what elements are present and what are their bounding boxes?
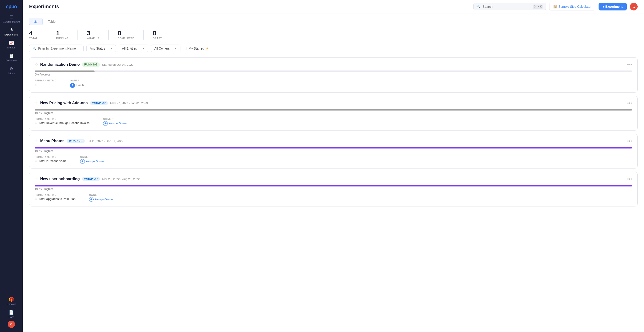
exp-header: ☆ Randomization Demo RUNNING Started on … (35, 62, 632, 67)
sidebar-item-label: Admin (8, 72, 15, 75)
sidebar-item-experiments[interactable]: ⚗ Experiments (0, 25, 23, 38)
my-starred-filter[interactable]: My Starred ★ (183, 47, 209, 50)
experiment-star-icon[interactable]: ☆ (35, 63, 38, 67)
definitions-icon: 📋 (9, 54, 14, 59)
sidebar-item-getting-started[interactable]: ☰ Getting Started (0, 12, 23, 25)
status-badge: WRAP UP (82, 177, 100, 181)
experiment-more-button[interactable]: ••• (627, 101, 632, 106)
sidebar-item-docs[interactable]: 📄 Docs (0, 308, 23, 321)
experiment-card: ☆ New user onboarding WRAP UP Mar 23, 20… (29, 172, 638, 206)
metric-value: ☆ Total Revenue through Second Invoice (35, 121, 90, 125)
primary-metric-section: PRIMARY METRIC ☆ (35, 79, 56, 88)
search-input[interactable] (482, 5, 531, 9)
chevron-down-icon: ▼ (142, 47, 145, 50)
owner-section: OWNER + Assign Owner (103, 118, 127, 126)
updates-icon: 🎁 (9, 297, 14, 302)
docs-icon: 📄 (9, 310, 14, 315)
owner-label: OWNER (89, 194, 113, 196)
search-shortcut: ⌘ + K (533, 5, 543, 9)
assign-owner-button[interactable]: + Assign Owner (103, 121, 127, 126)
owner-avatar: E (70, 83, 75, 88)
getting-started-icon: ☰ (10, 15, 13, 20)
sidebar-item-label: Updates (7, 303, 16, 305)
user-avatar[interactable]: C (630, 3, 638, 11)
page-title: Experiments (29, 4, 59, 10)
primary-metric-label: PRIMARY METRIC (35, 118, 90, 120)
primary-metric-label: PRIMARY METRIC (35, 194, 76, 196)
progress-bar-container: 0% Progress (35, 71, 632, 76)
progress-bar-fill (35, 71, 94, 72)
search-icon: 🔍 (476, 5, 480, 9)
assign-owner-button[interactable]: + Assign Owner (89, 197, 113, 202)
primary-metric-section: PRIMARY METRIC ☆ Total Purchase Value (35, 156, 66, 164)
search-box[interactable]: 🔍 ⌘ + K (473, 3, 546, 10)
status-filter-label: Any Status (90, 47, 105, 50)
experiment-star-icon[interactable]: ☆ (35, 101, 38, 105)
stat-wrap-up: 3 WRAP UP (87, 30, 108, 40)
experiment-card: ☆ New Pricing with Add-ons WRAP UP May 2… (29, 96, 638, 131)
main-content: Experiments 🔍 ⌘ + K 🧮 Sample Size Calcul… (23, 0, 644, 332)
progress-bar-container: 100% Progress (35, 147, 632, 153)
exp-meta: PRIMARY METRIC ☆ Total Purchase Value OW… (35, 156, 632, 164)
experiment-name: New Pricing with Add-ons (40, 101, 88, 105)
experiment-date: Started on Oct 04, 2022 (102, 63, 134, 66)
stat-completed: 0 COMPLETED (118, 30, 144, 40)
content-area: List Table 4 TOTAL 1 RUNNING 3 WRAP UP 0… (23, 14, 644, 332)
progress-bar-fill (35, 185, 632, 186)
progress-bar-fill (35, 147, 632, 149)
assign-owner-button[interactable]: + Assign Owner (80, 159, 104, 164)
sidebar-item-definitions[interactable]: 📋 Definitions (0, 51, 23, 64)
sidebar-item-admin[interactable]: ⚙ Admin (0, 64, 23, 77)
filter-search-box[interactable]: 🔍 (29, 45, 84, 52)
experiment-more-button[interactable]: ••• (627, 139, 632, 144)
exp-header: ☆ New Pricing with Add-ons WRAP UP May 2… (35, 101, 632, 106)
view-tabs: List Table (29, 18, 638, 25)
my-starred-label: My Starred (188, 47, 204, 50)
exp-meta: PRIMARY METRIC ☆ Total Revenue through S… (35, 118, 632, 126)
sidebar-item-updates[interactable]: 🎁 Updates (0, 295, 23, 308)
experiment-more-button[interactable]: ••• (627, 176, 632, 182)
owner-section: OWNER + Assign Owner (89, 194, 113, 202)
sidebar-item-label: Definitions (6, 59, 17, 62)
sidebar-item-metrics[interactable]: 📈 Metrics (0, 38, 23, 51)
exp-header-left: ☆ Randomization Demo RUNNING Started on … (35, 62, 134, 67)
filter-search-icon: 🔍 (32, 47, 36, 50)
entities-filter[interactable]: All Entities ▼ (118, 45, 148, 52)
stat-total: 4 TOTAL (29, 30, 47, 40)
metrics-icon: 📈 (9, 41, 14, 46)
sidebar-item-label: Getting Started (3, 20, 20, 23)
exp-header-left: ☆ New user onboarding WRAP UP Mar 23, 20… (35, 177, 140, 181)
tab-table[interactable]: Table (44, 18, 60, 25)
primary-metric-section: PRIMARY METRIC ☆ Total Upgrades to Paid … (35, 194, 76, 202)
progress-bar-background (35, 147, 632, 149)
status-filter[interactable]: Any Status ▼ (86, 45, 116, 52)
progress-label: 0% Progress (35, 73, 632, 76)
experiment-star-icon[interactable]: ☆ (35, 177, 38, 181)
experiment-star-icon[interactable]: ☆ (35, 139, 38, 143)
progress-bar-container: 100% Progress (35, 185, 632, 191)
filters-bar: 🔍 Any Status ▼ All Entities ▼ All Owners… (29, 45, 638, 52)
progress-label: 100% Progress (35, 149, 632, 153)
owner-label: OWNER (80, 156, 104, 158)
my-starred-checkbox[interactable] (183, 47, 187, 50)
primary-metric-label: PRIMARY METRIC (35, 156, 66, 158)
tab-list[interactable]: List (29, 18, 43, 25)
sample-size-calculator-button[interactable]: 🧮 Sample Size Calculator (549, 3, 595, 11)
experiment-name-filter-input[interactable] (38, 47, 80, 50)
progress-bar-background (35, 185, 632, 186)
experiment-name: Menu Photos (40, 139, 64, 143)
sidebar-user-avatar[interactable]: C (8, 321, 15, 328)
new-experiment-button[interactable]: + Experiment (598, 3, 627, 11)
calculator-icon: 🧮 (553, 5, 557, 9)
metric-star-icon: ☆ (35, 197, 38, 201)
owners-filter[interactable]: All Owners ▼ (151, 45, 180, 52)
experiment-name: Randomization Demo (40, 62, 80, 67)
exp-header: ☆ New user onboarding WRAP UP Mar 23, 20… (35, 176, 632, 182)
sidebar-item-label: Experiments (4, 33, 18, 36)
experiment-date: May 27, 2022 - Jan 01, 2023 (110, 101, 148, 105)
progress-bar-container: 100% Progress (35, 109, 632, 115)
experiment-more-button[interactable]: ••• (627, 62, 632, 67)
sidebar-item-label: Metrics (7, 46, 15, 49)
status-badge: WRAP UP (90, 101, 108, 105)
experiments-list: ☆ Randomization Demo RUNNING Started on … (29, 57, 638, 206)
